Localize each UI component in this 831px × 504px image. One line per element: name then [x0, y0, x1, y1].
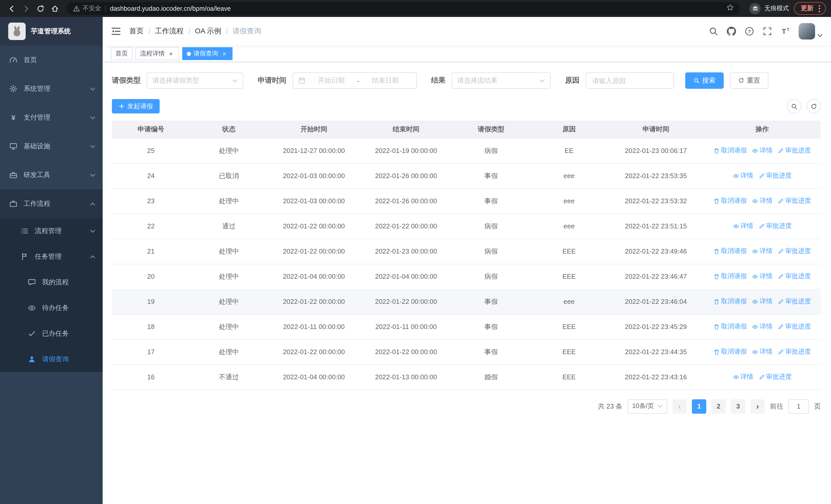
cancel-leave-link[interactable]: 取消请假 — [713, 197, 747, 205]
detail-link[interactable]: 详情 — [752, 146, 773, 155]
search-button[interactable]: 搜索 — [685, 72, 724, 89]
search-icon[interactable] — [709, 27, 718, 36]
apply-time-range-picker[interactable]: 开始日期 - 结束日期 — [292, 72, 417, 89]
sidebar-item-leave-query[interactable]: 请假查询 — [0, 347, 103, 372]
prev-page-button[interactable] — [672, 399, 687, 413]
chevron-right-icon — [756, 402, 759, 411]
progress-link[interactable]: 审批进度 — [758, 373, 792, 381]
edit-icon — [758, 374, 765, 380]
browser-reload-button[interactable] — [34, 2, 47, 15]
address-bar[interactable]: 不安全 dashboard.yudao.iocoder.cn/bpm/oa/le… — [67, 2, 740, 15]
reset-button[interactable]: 重置 — [730, 72, 768, 89]
progress-link[interactable]: 审批进度 — [758, 171, 792, 180]
edit-icon — [778, 148, 784, 154]
github-icon[interactable] — [727, 27, 736, 36]
reason-input[interactable] — [586, 72, 674, 89]
sidebar-item-my-process[interactable]: 我的流程 — [0, 269, 103, 295]
cell-apply-no: 25 — [112, 138, 190, 163]
cancel-leave-link[interactable]: 取消请假 — [713, 146, 747, 155]
progress-link[interactable]: 审批进度 — [778, 247, 811, 256]
refresh-table-button[interactable] — [806, 99, 821, 113]
page-button-3[interactable]: 3 — [731, 399, 745, 413]
progress-link[interactable]: 审批进度 — [758, 222, 792, 231]
create-leave-button[interactable]: 发起请假 — [112, 99, 160, 113]
cell-apply-no: 22 — [112, 213, 190, 239]
sidebar-item-system[interactable]: 系统管理 — [0, 75, 103, 103]
sidebar-item-infra[interactable]: 基础设施 — [0, 132, 103, 161]
browser-home-button[interactable] — [48, 2, 62, 15]
detail-link[interactable]: 详情 — [752, 297, 773, 306]
cell-apply-no: 17 — [112, 339, 190, 364]
page-button-1[interactable]: 1 — [692, 399, 706, 413]
browser-back-button[interactable] — [5, 2, 19, 15]
detail-link[interactable]: 详情 — [752, 322, 773, 331]
tab-process-detail[interactable]: 流程详情 — [136, 47, 179, 60]
progress-link[interactable]: 审批进度 — [778, 272, 811, 281]
cell-end-time: 2022-01-22 00:00:00 — [360, 289, 452, 314]
browser-update-button[interactable]: 更新 — [794, 2, 826, 15]
tab-home[interactable]: 首页 — [111, 47, 133, 60]
trash-icon — [713, 198, 720, 204]
progress-link[interactable]: 审批进度 — [778, 348, 811, 356]
cancel-leave-link[interactable]: 取消请假 — [713, 297, 747, 306]
cancel-leave-link[interactable]: 取消请假 — [713, 272, 747, 281]
sidebar-item-payment[interactable]: ¥ 支付管理 — [0, 103, 103, 132]
breadcrumb-separator: / — [226, 27, 228, 35]
browser-menu-icon[interactable] — [817, 3, 822, 13]
page-button-2[interactable]: 2 — [711, 399, 726, 413]
sidebar-item-todo-tasks[interactable]: 待办任务 — [0, 295, 103, 321]
chevron-down-icon — [540, 78, 545, 83]
sidebar-item-label: 待办任务 — [42, 303, 69, 313]
cell-start-time: 2022-01-04 00:00:00 — [268, 264, 360, 289]
help-icon[interactable]: ? — [745, 27, 754, 36]
eye-icon — [752, 148, 758, 154]
detail-link[interactable]: 详情 — [752, 272, 773, 281]
hamburger-icon[interactable] — [111, 26, 121, 36]
goto-page-input[interactable] — [789, 399, 809, 413]
detail-link[interactable]: 详情 — [733, 222, 753, 231]
fullscreen-icon[interactable] — [763, 27, 772, 36]
sidebar-item-home[interactable]: 首页 — [0, 46, 103, 75]
tab-leave-query[interactable]: 请假查询 — [182, 47, 232, 60]
detail-link[interactable]: 详情 — [733, 171, 753, 180]
detail-link[interactable]: 详情 — [752, 348, 773, 356]
font-size-icon[interactable]: TT — [781, 27, 790, 36]
breadcrumb-item[interactable]: 工作流程 — [155, 27, 184, 36]
sidebar-item-done-tasks[interactable]: 已办任务 — [0, 321, 103, 347]
end-date-placeholder: 结束日期 — [359, 76, 411, 85]
sidebar-item-devtools[interactable]: 研发工具 — [0, 161, 103, 189]
close-icon[interactable] — [221, 50, 228, 57]
sidebar-item-workflow[interactable]: 工作流程 — [0, 189, 103, 218]
breadcrumb-item[interactable]: OA 示例 — [195, 27, 222, 36]
close-icon[interactable] — [167, 50, 174, 57]
sidebar-item-process-management[interactable]: 流程管理 — [0, 218, 103, 244]
browser-forward-button[interactable] — [20, 2, 33, 15]
breadcrumb-item[interactable]: 首页 — [130, 27, 144, 36]
cell-start-time: 2022-01-22 00:00:00 — [268, 289, 360, 314]
page-size-select[interactable]: 10条/页 — [628, 399, 667, 413]
progress-link[interactable]: 审批进度 — [778, 146, 811, 155]
cancel-leave-link[interactable]: 取消请假 — [713, 348, 747, 356]
sidebar-item-task-management[interactable]: 任务管理 — [0, 244, 103, 269]
app-logo[interactable]: 芋道管理系统 — [0, 17, 103, 46]
user-avatar[interactable] — [799, 23, 815, 39]
toggle-search-button[interactable] — [787, 99, 801, 113]
cell-status: 通过 — [190, 213, 268, 239]
detail-link[interactable]: 详情 — [733, 373, 753, 381]
cell-start-time: 2022-01-22 00:00:00 — [268, 339, 360, 364]
security-indicator[interactable]: 不安全 — [73, 4, 101, 13]
user-menu[interactable] — [799, 23, 823, 39]
result-select[interactable]: 请选择流结果 — [452, 72, 551, 89]
next-page-button[interactable] — [750, 399, 765, 413]
detail-link[interactable]: 详情 — [752, 247, 773, 256]
user-icon — [28, 355, 36, 363]
progress-link[interactable]: 审批进度 — [778, 322, 811, 331]
cancel-leave-link[interactable]: 取消请假 — [713, 322, 747, 331]
progress-link[interactable]: 审批进度 — [778, 297, 811, 306]
cancel-leave-link[interactable]: 取消请假 — [713, 247, 747, 256]
leave-type-select[interactable]: 请选择请假类型 — [147, 72, 243, 89]
edit-icon — [758, 223, 765, 229]
detail-link[interactable]: 详情 — [752, 197, 773, 205]
bookmark-star-icon[interactable] — [726, 4, 734, 13]
progress-link[interactable]: 审批进度 — [778, 197, 811, 205]
